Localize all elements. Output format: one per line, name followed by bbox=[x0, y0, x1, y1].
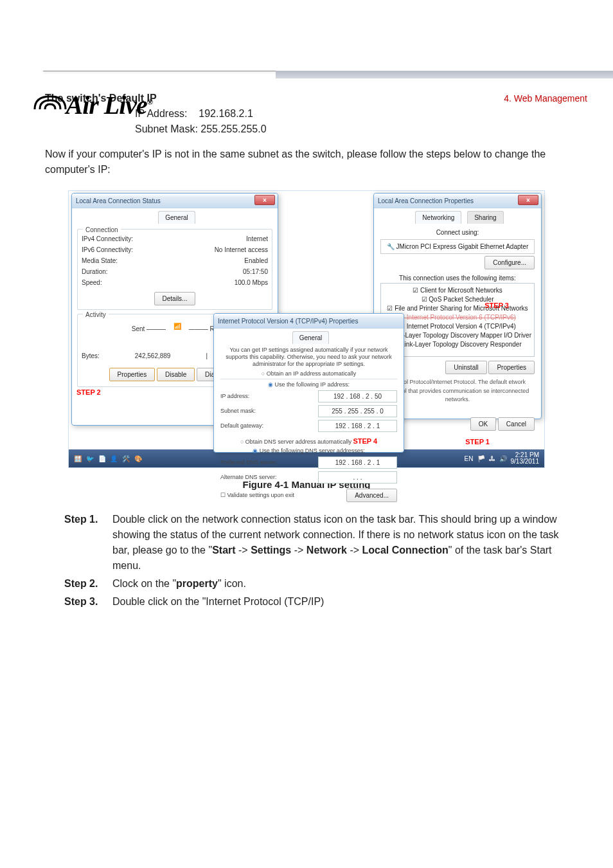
tab-general[interactable]: General bbox=[158, 211, 195, 224]
tray-app-icon[interactable]: 👤 bbox=[110, 455, 118, 462]
list-item[interactable]: Link-Layer Topology Discovery Mapper I/O… bbox=[384, 331, 531, 340]
gateway-input[interactable]: 192 . 168 . 2 . 1 bbox=[318, 420, 397, 432]
connection-group: Connection bbox=[83, 225, 121, 235]
taskbar-right: EN 🏳️ 🖧 🔊 2:21 PM 9/13/2011 bbox=[465, 452, 539, 465]
gateway-label: Default gateway: bbox=[220, 422, 263, 431]
logo-r: ® bbox=[147, 98, 152, 107]
advanced-button[interactable]: Advanced... bbox=[346, 489, 397, 502]
alt-dns-label: Alternate DNS server: bbox=[220, 473, 277, 482]
status-title: Local Area Connection Status bbox=[76, 196, 161, 206]
ip-address-row: IP Address: 192.168.2.1 bbox=[135, 106, 568, 122]
ip-addr-label: IP address: bbox=[220, 392, 249, 401]
logo-text: Air Live bbox=[66, 91, 147, 120]
step3-label: STEP 3 bbox=[484, 300, 509, 311]
ipv4-title-bar: Internet Protocol Version 4 (TCP/IPv4) P… bbox=[214, 314, 404, 329]
tray-flag-icon[interactable]: 🏳️ bbox=[477, 454, 485, 464]
tab-sharing[interactable]: Sharing bbox=[467, 211, 503, 224]
properties-button[interactable]: Properties bbox=[109, 368, 155, 381]
sent-label: Sent bbox=[132, 325, 145, 332]
logo: Air Live® bbox=[32, 90, 152, 120]
activity-group: Activity bbox=[83, 310, 109, 320]
step1-label: STEP 1 bbox=[465, 437, 490, 448]
speed-label: Speed: bbox=[82, 278, 102, 287]
subnet-mask-input[interactable]: 255 . 255 . 255 . 0 bbox=[318, 405, 397, 417]
radio-use-dns[interactable]: Use the following DNS server addresses: bbox=[220, 447, 397, 456]
list-item[interactable]: Client for Microsoft Networks bbox=[384, 286, 531, 295]
close-icon[interactable]: × bbox=[518, 195, 538, 205]
alt-dns-input[interactable]: . . . bbox=[318, 471, 397, 484]
radio-use-ip[interactable]: Use the following IP address: bbox=[220, 379, 397, 390]
ipv4c-value: Internet bbox=[246, 234, 268, 244]
header-stripe bbox=[276, 71, 613, 78]
close-icon[interactable]: × bbox=[254, 195, 275, 205]
adapter-name: JMicron PCI Express Gigabit Ethernet Ada… bbox=[396, 243, 529, 250]
auto-dns-label: Obtain DNS server address automatically bbox=[245, 439, 351, 445]
speed-value: 100.0 Mbps bbox=[235, 278, 268, 287]
radio-auto-dns[interactable]: Obtain DNS server address automatically … bbox=[220, 436, 397, 447]
cancel-button[interactable]: Cancel bbox=[498, 417, 535, 431]
tray-app-icon[interactable]: 🛠️ bbox=[122, 455, 130, 462]
tray-app-icon[interactable]: 📄 bbox=[98, 455, 106, 462]
validate-checkbox[interactable]: Validate settings upon exit bbox=[227, 492, 294, 498]
adapter-field: 🔧 JMicron PCI Express Gigabit Ethernet A… bbox=[380, 239, 535, 254]
list-item[interactable]: File and Printer Sharing for Microsoft N… bbox=[384, 304, 531, 313]
ipv6c-label: IPv6 Connectivity: bbox=[82, 245, 133, 255]
clock-date[interactable]: 9/13/2011 bbox=[511, 458, 540, 465]
step2-label: STEP 2 bbox=[76, 387, 101, 398]
radio-auto-ip[interactable]: Obtain an IP address automatically bbox=[220, 370, 397, 379]
taskbar-left: 🪟 🐦 📄 👤 🛠️ 🎨 bbox=[74, 454, 145, 464]
pref-dns-input[interactable]: 192 . 168 . 2 . 1 bbox=[318, 457, 397, 469]
screenshot: Local Area Connection Status × General C… bbox=[68, 190, 545, 468]
step3-num: Step 3. bbox=[64, 594, 112, 610]
configure-button[interactable]: Configure... bbox=[484, 256, 535, 269]
duration-label: Duration: bbox=[82, 267, 108, 276]
status-title-bar: Local Area Connection Status × bbox=[72, 194, 278, 208]
properties-title-bar: Local Area Connection Properties × bbox=[374, 194, 541, 208]
properties-item-button[interactable]: Properties bbox=[488, 361, 535, 374]
tab-general-ipv4[interactable]: General bbox=[292, 331, 330, 344]
items-label: This connection uses the following items… bbox=[380, 273, 535, 283]
figure-container: Local Area Connection Status × General C… bbox=[45, 190, 568, 468]
start-orb-icon[interactable]: 🪟 bbox=[74, 455, 82, 462]
subnet-mask-label: Subnet mask: bbox=[220, 407, 256, 416]
pref-dns-label: Preferred DNS server: bbox=[220, 458, 278, 467]
step2-text: Clock on the "property" icon. bbox=[112, 576, 568, 592]
subnet-row: Subnet Mask: 255.255.255.0 bbox=[135, 122, 568, 137]
media-state-label: Media State: bbox=[82, 256, 118, 266]
ip-value: 192.168.2.1 bbox=[199, 108, 253, 119]
network-icon[interactable]: 🖧 bbox=[489, 454, 495, 464]
list-item[interactable]: Link-Layer Topology Discovery Responder bbox=[384, 340, 531, 349]
step4-label: STEP 4 bbox=[353, 437, 377, 445]
connect-using-label: Connect using: bbox=[380, 228, 535, 237]
list-item-ipv6[interactable]: Internet Protocol Version 6 (TCP/IPv6) bbox=[384, 313, 531, 322]
tray-app-icon[interactable]: 🐦 bbox=[86, 455, 94, 462]
step1-num: Step 1. bbox=[64, 512, 112, 574]
ipv4-window[interactable]: Internet Protocol Version 4 (TCP/IPv4) P… bbox=[213, 313, 404, 453]
duration-value: 05:17:50 bbox=[243, 267, 268, 276]
ipv4-desc: You can get IP settings assigned automat… bbox=[220, 347, 397, 367]
uninstall-button[interactable]: Uninstall bbox=[445, 361, 486, 374]
properties-title: Local Area Connection Properties bbox=[378, 196, 474, 206]
details-button[interactable]: Details... bbox=[154, 292, 196, 305]
subnet-value: 255.255.255.0 bbox=[200, 123, 266, 134]
list-item[interactable]: QoS Packet Scheduler bbox=[384, 295, 531, 304]
chapter-label: 4. Web Management bbox=[504, 93, 587, 104]
ipv6c-value: No Internet access bbox=[215, 245, 268, 255]
tab-networking[interactable]: Networking bbox=[415, 211, 461, 224]
bytes-label: Bytes: bbox=[82, 351, 100, 361]
ip-addr-input[interactable]: 192 . 168 . 2 . 50 bbox=[318, 390, 397, 402]
disable-button[interactable]: Disable bbox=[157, 368, 195, 381]
bytes-sent: 242,562,889 bbox=[135, 351, 171, 361]
body-text-1: Now if your computer's IP is not in the … bbox=[45, 147, 568, 177]
ipv4-title: Internet Protocol Version 4 (TCP/IPv4) P… bbox=[218, 316, 358, 326]
list-item-ipv4[interactable]: Internet Protocol Version 4 (TCP/IPv4) bbox=[384, 322, 531, 331]
ipv4c-label: IPv4 Connectivity: bbox=[82, 234, 133, 244]
language-indicator[interactable]: EN bbox=[465, 454, 474, 464]
step3-text: Double click on the "Internet Protocol (… bbox=[112, 594, 568, 610]
step1-text: Double click on the network connection s… bbox=[112, 512, 568, 574]
step2-num: Step 2. bbox=[64, 576, 112, 592]
ok-button[interactable]: OK bbox=[470, 417, 496, 431]
tray-app-icon[interactable]: 🎨 bbox=[134, 455, 142, 462]
subnet-label: Subnet Mask: bbox=[135, 123, 198, 134]
sound-icon[interactable]: 🔊 bbox=[499, 454, 507, 464]
